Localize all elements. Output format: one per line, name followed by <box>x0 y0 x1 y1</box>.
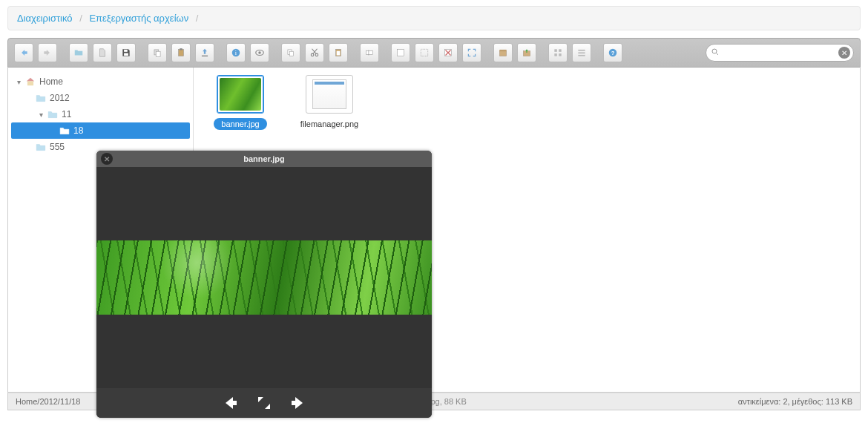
svg-rect-35 <box>292 401 296 405</box>
select-button[interactable] <box>391 43 410 62</box>
collapse-icon[interactable]: ▾ <box>36 111 45 119</box>
svg-rect-16 <box>337 51 341 56</box>
new-folder-button[interactable] <box>69 43 88 62</box>
select-all-button[interactable] <box>415 43 434 62</box>
folder-icon <box>35 142 47 152</box>
svg-point-10 <box>258 51 261 54</box>
file-label: filemanager.png <box>293 118 366 130</box>
svg-rect-22 <box>499 50 506 51</box>
svg-rect-28 <box>578 50 585 51</box>
tree-label: 11 <box>62 109 71 119</box>
preview-button[interactable] <box>250 43 269 62</box>
duplicate-button[interactable] <box>281 43 300 62</box>
lightbox-titlebar[interactable]: ✕ banner.jpg <box>96 151 432 167</box>
help-button[interactable]: ? <box>603 43 622 62</box>
search-input[interactable] <box>723 47 835 58</box>
breadcrumb-sep: / <box>75 13 87 24</box>
svg-rect-24 <box>554 49 557 52</box>
lightbox-image <box>96 240 432 315</box>
breadcrumb-admin[interactable]: Διαχειριστικό <box>17 13 73 24</box>
tree-home[interactable]: ▾ Home <box>11 73 190 90</box>
cut-button[interactable] <box>305 43 324 62</box>
lightbox-prev-button[interactable] <box>220 394 240 412</box>
back-button[interactable] <box>14 43 33 62</box>
svg-rect-12 <box>289 51 293 56</box>
svg-rect-26 <box>554 53 557 56</box>
tree-label: 555 <box>50 142 65 152</box>
tree-label: 2012 <box>50 93 70 103</box>
forward-button[interactable] <box>38 43 57 62</box>
status-summary: αντικείμενα: 2, μέγεθος: 113 KB <box>738 397 852 406</box>
collapse-icon[interactable]: ▾ <box>14 78 23 86</box>
lightbox-body <box>96 167 432 388</box>
tree-label: Home <box>39 76 63 87</box>
svg-rect-4 <box>179 49 184 56</box>
info-button[interactable]: i <box>226 43 246 62</box>
svg-rect-30 <box>578 55 585 56</box>
svg-rect-5 <box>180 48 183 50</box>
clipboard-button[interactable] <box>329 43 348 62</box>
view-icons-button[interactable] <box>548 43 568 62</box>
file-label: banner.jpg <box>214 118 266 130</box>
archive-button[interactable] <box>493 43 513 62</box>
svg-rect-1 <box>124 53 128 56</box>
image-lightbox[interactable]: ✕ banner.jpg <box>96 151 432 418</box>
toolbar: i ? ✕ <box>7 38 861 68</box>
svg-rect-19 <box>421 49 427 56</box>
lightbox-next-button[interactable] <box>288 394 309 412</box>
svg-rect-25 <box>559 49 562 52</box>
lightbox-close-button[interactable]: ✕ <box>101 153 113 165</box>
paste-button[interactable] <box>171 43 191 62</box>
breadcrumb: Διαχειριστικό / Επεξεργαστής αρχείων / <box>7 6 861 30</box>
lightbox-controls <box>96 388 432 418</box>
new-file-button[interactable] <box>93 43 112 62</box>
extract-button[interactable] <box>517 43 536 62</box>
breadcrumb-sep: / <box>191 13 203 24</box>
rename-button[interactable] <box>360 43 379 62</box>
lightbox-title: banner.jpg <box>243 154 285 163</box>
svg-rect-29 <box>578 52 585 53</box>
svg-rect-3 <box>156 51 160 56</box>
search-clear-icon[interactable]: ✕ <box>838 47 850 59</box>
svg-text:?: ? <box>611 50 615 56</box>
svg-rect-0 <box>124 50 128 52</box>
svg-rect-18 <box>397 49 404 56</box>
image-preview-icon <box>312 79 346 109</box>
thumbnail[interactable] <box>217 75 264 114</box>
search-icon <box>711 47 720 59</box>
tree-18[interactable]: 18 <box>11 122 190 139</box>
svg-point-33 <box>712 49 717 53</box>
folder-icon <box>47 109 59 119</box>
svg-rect-17 <box>366 51 372 55</box>
tree-label: 18 <box>73 125 83 136</box>
svg-rect-34 <box>232 401 237 405</box>
thumbnail[interactable] <box>306 75 353 114</box>
image-preview-icon <box>220 78 261 111</box>
deselect-button[interactable] <box>438 43 458 62</box>
folder-icon <box>35 93 47 103</box>
fullscreen-button[interactable] <box>462 43 481 62</box>
svg-rect-27 <box>559 53 562 56</box>
home-icon <box>24 76 36 87</box>
svg-rect-21 <box>499 51 506 56</box>
search-box[interactable]: ✕ <box>706 44 854 62</box>
view-list-button[interactable] <box>572 43 591 62</box>
tree-11[interactable]: ▾ 11 <box>11 106 190 122</box>
lightbox-fullscreen-button[interactable] <box>254 394 274 412</box>
folder-open-icon <box>59 125 70 136</box>
tree-2012[interactable]: 2012 <box>11 90 190 106</box>
svg-rect-6 <box>202 56 208 57</box>
upload-button[interactable] <box>195 43 214 62</box>
save-button[interactable] <box>116 43 136 62</box>
breadcrumb-file-editor[interactable]: Επεξεργαστής αρχείων <box>89 13 188 24</box>
status-path: Home/2012/11/18 <box>16 397 80 406</box>
copy-button[interactable] <box>148 43 167 62</box>
